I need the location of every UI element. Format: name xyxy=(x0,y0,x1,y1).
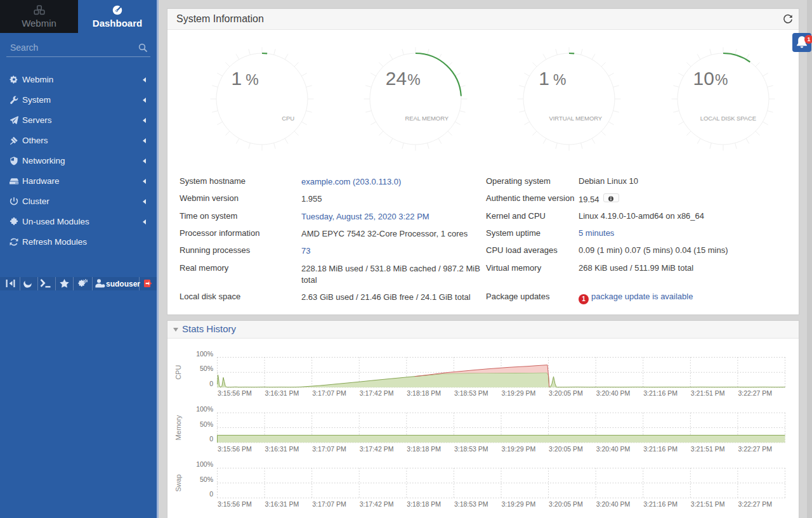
svg-text:3:21:16 PM: 3:21:16 PM xyxy=(643,445,678,453)
svg-text:3:20:05 PM: 3:20:05 PM xyxy=(549,445,583,453)
svg-text:3:22:27 PM: 3:22:27 PM xyxy=(738,500,772,508)
svg-text:3:20:40 PM: 3:20:40 PM xyxy=(596,500,631,508)
svg-text:3:21:51 PM: 3:21:51 PM xyxy=(691,389,725,397)
svg-text:3:19:29 PM: 3:19:29 PM xyxy=(502,389,536,397)
svg-text:3:18:53 PM: 3:18:53 PM xyxy=(454,445,488,453)
svg-text:3:19:29 PM: 3:19:29 PM xyxy=(502,500,536,508)
svg-text:3:21:51 PM: 3:21:51 PM xyxy=(691,500,725,508)
svg-text:3:22:27 PM: 3:22:27 PM xyxy=(738,389,772,397)
svg-text:100%: 100% xyxy=(196,460,213,468)
svg-text:3:22:27 PM: 3:22:27 PM xyxy=(738,445,772,453)
svg-text:3:21:16 PM: 3:21:16 PM xyxy=(643,389,678,397)
svg-text:100%: 100% xyxy=(196,350,213,358)
svg-text:3:18:18 PM: 3:18:18 PM xyxy=(407,500,441,508)
svg-text:Swap: Swap xyxy=(174,474,182,492)
svg-text:3:15:56 PM: 3:15:56 PM xyxy=(218,389,252,397)
svg-text:0: 0 xyxy=(209,380,213,387)
svg-text:3:16:31 PM: 3:16:31 PM xyxy=(265,389,299,397)
svg-text:50%: 50% xyxy=(200,420,213,428)
svg-text:3:20:05 PM: 3:20:05 PM xyxy=(549,500,583,508)
svg-text:3:17:07 PM: 3:17:07 PM xyxy=(312,389,346,397)
svg-text:3:18:18 PM: 3:18:18 PM xyxy=(407,445,441,453)
svg-text:3:20:40 PM: 3:20:40 PM xyxy=(596,445,631,453)
svg-text:CPU: CPU xyxy=(174,365,182,380)
svg-text:3:15:56 PM: 3:15:56 PM xyxy=(218,500,252,508)
svg-text:Memory: Memory xyxy=(174,415,182,440)
svg-text:0: 0 xyxy=(209,490,213,498)
svg-text:3:17:42 PM: 3:17:42 PM xyxy=(360,445,394,453)
svg-text:3:17:07 PM: 3:17:07 PM xyxy=(312,445,346,453)
svg-text:3:18:53 PM: 3:18:53 PM xyxy=(454,389,488,397)
svg-text:100%: 100% xyxy=(196,405,213,413)
svg-text:3:18:18 PM: 3:18:18 PM xyxy=(407,389,441,397)
svg-text:3:17:07 PM: 3:17:07 PM xyxy=(312,500,346,508)
svg-text:3:16:31 PM: 3:16:31 PM xyxy=(265,500,299,508)
svg-text:3:18:53 PM: 3:18:53 PM xyxy=(454,500,488,508)
svg-text:3:15:56 PM: 3:15:56 PM xyxy=(218,445,252,453)
svg-text:50%: 50% xyxy=(200,365,213,372)
svg-text:3:20:05 PM: 3:20:05 PM xyxy=(549,389,583,397)
svg-text:3:16:31 PM: 3:16:31 PM xyxy=(265,445,299,453)
svg-text:3:19:29 PM: 3:19:29 PM xyxy=(502,445,536,453)
svg-text:50%: 50% xyxy=(200,476,213,483)
svg-text:3:20:40 PM: 3:20:40 PM xyxy=(596,389,631,397)
svg-text:3:21:51 PM: 3:21:51 PM xyxy=(691,445,725,453)
svg-text:3:17:42 PM: 3:17:42 PM xyxy=(360,389,394,397)
svg-text:3:17:42 PM: 3:17:42 PM xyxy=(360,500,394,508)
svg-text:3:21:16 PM: 3:21:16 PM xyxy=(643,500,678,508)
svg-text:0: 0 xyxy=(209,435,213,443)
